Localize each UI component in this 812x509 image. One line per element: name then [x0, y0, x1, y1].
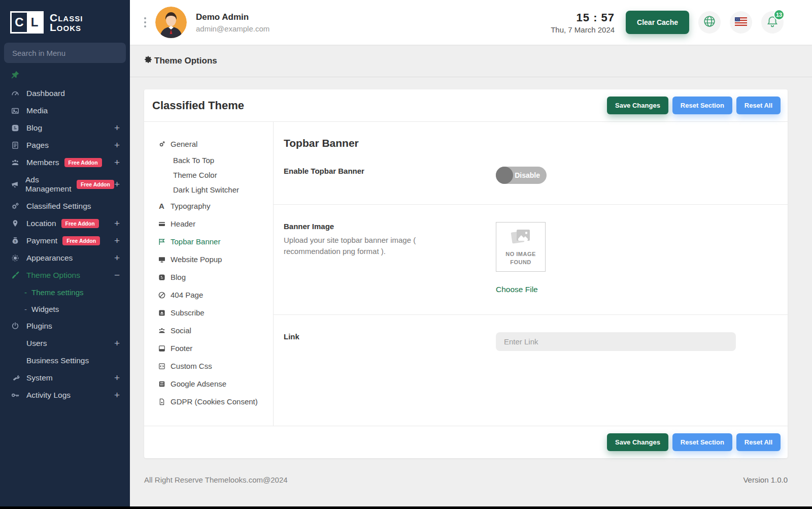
page-footer: All Right Reserve Themelooks.com@2024 Ve… [130, 458, 812, 484]
notifications-button[interactable]: 13 [761, 11, 784, 34]
money-bag-icon: $ [10, 236, 20, 245]
subnav-item-404-page[interactable]: 404 Page [144, 286, 273, 304]
sidebar-item-business-settings[interactable]: Business Settings [0, 352, 130, 369]
sidebar-item-theme-settings[interactable]: - Theme settings [0, 284, 130, 301]
sidebar-item-widgets[interactable]: - Widgets [0, 301, 130, 317]
sidebar-item-pages[interactable]: Pages + [0, 137, 130, 154]
avatar[interactable] [155, 7, 187, 38]
breadcrumb[interactable]: Theme Options [144, 55, 217, 66]
user-meta: Demo Admin admin@example.com [196, 12, 269, 33]
link-input[interactable] [496, 332, 736, 351]
expand-icon[interactable]: + [114, 254, 120, 262]
reset-section-button-bottom[interactable]: Reset Section [672, 433, 732, 451]
expand-icon[interactable]: + [114, 159, 120, 166]
collapse-icon[interactable]: − [114, 272, 120, 279]
plugins-icon [10, 322, 20, 331]
sidebar-item-ads-management[interactable]: Ads Management Free Addon + [0, 171, 130, 198]
clear-cache-button[interactable]: Clear Cache [626, 11, 689, 34]
pin-menu-toggle[interactable] [0, 63, 130, 84]
locale-flag-button[interactable] [730, 11, 752, 34]
copyright-text: All Right Reserve Themelooks.com@2024 [144, 475, 288, 484]
gear-icon [157, 140, 166, 148]
subnav-item-label: Subscribe [171, 308, 205, 317]
subnav-item-subscribe[interactable]: Subscribe [144, 304, 273, 322]
subnav-item-dark-light-switcher[interactable]: Dark Light Switcher [144, 182, 273, 197]
sidebar-collapse-dots[interactable] [144, 17, 146, 27]
subnav-item-header[interactable]: Header [144, 215, 273, 233]
expand-icon[interactable]: + [114, 374, 120, 381]
subnav-item-back-to-top[interactable]: Back To Top [144, 153, 273, 168]
sidebar-item-members[interactable]: Members Free Addon + [0, 154, 130, 171]
subnav-item-blog[interactable]: Blog [144, 268, 273, 286]
subnav-item-label: Custom Css [171, 362, 212, 370]
enable-topbar-banner-row: Enable Topbar Banner Disable [274, 149, 788, 205]
brand-name: Classi Looks [50, 13, 83, 32]
save-changes-button-bottom[interactable]: Save Changes [607, 433, 668, 451]
sidebar-item-label: Theme Options [26, 271, 80, 280]
reset-all-button[interactable]: Reset All [736, 97, 781, 114]
expand-icon[interactable]: + [114, 392, 120, 399]
expand-icon[interactable]: + [114, 340, 120, 347]
sidebar-item-label: Payment [26, 236, 57, 245]
settings-subnav: General Back To Top Theme Color Dark Lig… [144, 122, 274, 426]
sidebar-item-appearances[interactable]: Appearances + [0, 249, 130, 267]
sidebar-item-classified-settings[interactable]: Classified Settings [0, 198, 130, 215]
brand-mark-c: C [12, 13, 27, 32]
brand-logo[interactable]: C L Classi Looks [0, 0, 130, 43]
expand-icon[interactable]: + [114, 124, 120, 132]
sidebar-item-label: Appearances [26, 253, 73, 263]
expand-icon[interactable]: + [114, 181, 120, 188]
banner-flag-icon [157, 238, 166, 246]
sidebar-item-plugins[interactable]: Plugins [0, 317, 130, 335]
language-globe-button[interactable] [698, 11, 721, 34]
subnav-item-theme-color[interactable]: Theme Color [144, 168, 273, 182]
subnav-item-topbar-banner[interactable]: Topbar Banner [144, 233, 273, 250]
subnav-item-footer[interactable]: Footer [144, 339, 273, 357]
menu-search-input[interactable] [4, 43, 126, 63]
subnav-item-label: Header [171, 219, 195, 228]
expand-icon[interactable]: + [114, 142, 120, 149]
adsense-icon [157, 380, 166, 388]
sidebar-item-activity-logs[interactable]: Activity Logs + [0, 387, 130, 404]
expand-icon[interactable]: + [114, 237, 120, 244]
sidebar-item-theme-options[interactable]: Theme Options − [0, 267, 130, 284]
sidebar-item-users[interactable]: Users + [0, 335, 130, 352]
sidebar-nav: Dashboard Media Blog + Pages [0, 84, 130, 404]
banner-image-preview: NO IMAGE FOUND [496, 222, 546, 272]
clock: 15 : 57 Thu, 7 March 2024 [551, 11, 615, 34]
sidebar-item-media[interactable]: Media [0, 102, 130, 119]
choose-file-link[interactable]: Choose File [496, 285, 538, 294]
subnav-item-website-popup[interactable]: Website Popup [144, 250, 273, 268]
theme-options-card: Classified Theme Save Changes Reset Sect… [144, 89, 788, 458]
free-addon-badge: Free Addon [61, 219, 99, 228]
sidebar-item-blog[interactable]: Blog + [0, 119, 130, 137]
sidebar-item-label: Theme settings [31, 288, 84, 297]
toggle-knob [496, 167, 513, 184]
sidebar-item-label: Media [26, 106, 48, 115]
reset-all-button-bottom[interactable]: Reset All [736, 433, 781, 451]
subnav-item-general[interactable]: General [144, 135, 273, 153]
subnav-item-label: Website Popup [171, 255, 222, 264]
save-changes-button[interactable]: Save Changes [607, 97, 668, 114]
gear-icon [144, 55, 152, 66]
version-text: Version 1.0.0 [743, 475, 788, 484]
subnav-item-gdpr[interactable]: GDPR (Cookies Consent) [144, 393, 273, 410]
sub-bullet: - [24, 305, 27, 313]
enable-topbar-banner-toggle[interactable]: Disable [496, 167, 547, 184]
reset-section-button[interactable]: Reset Section [672, 97, 732, 114]
sidebar-item-location[interactable]: Location Free Addon + [0, 215, 130, 232]
panel-title: Topbar Banner [274, 131, 788, 149]
subnav-item-custom-css[interactable]: Custom Css [144, 357, 273, 375]
subnav-item-typography[interactable]: A Typography [144, 197, 273, 215]
subnav-item-google-adsense[interactable]: Google Adsense [144, 375, 273, 393]
key-icon [10, 391, 20, 400]
no-image-found-text: NO IMAGE FOUND [503, 250, 538, 267]
sidebar-item-payment[interactable]: $ Payment Free Addon + [0, 232, 130, 249]
sidebar-item-system[interactable]: System + [0, 369, 130, 387]
expand-icon[interactable]: + [114, 220, 120, 227]
sidebar-item-dashboard[interactable]: Dashboard [0, 85, 130, 102]
subnav-item-social[interactable]: Social [144, 322, 273, 339]
toggle-state-label: Disable [515, 171, 540, 179]
location-pin-icon [10, 219, 20, 228]
brand-mark: C L [10, 11, 44, 34]
